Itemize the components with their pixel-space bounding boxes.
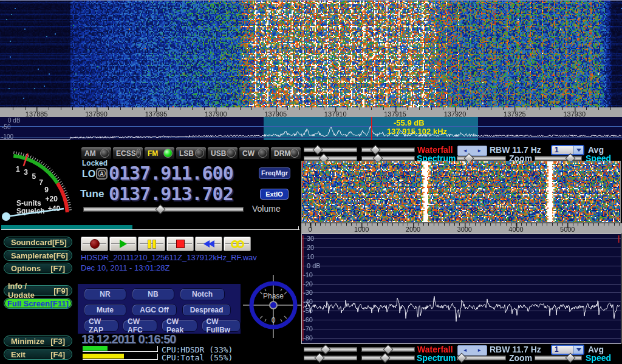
pause-button[interactable] (138, 237, 165, 251)
audio-db-tick-label: 10 (307, 254, 314, 260)
rf-spectrum-display[interactable] (0, 117, 622, 140)
tune-label: Tune (80, 188, 104, 200)
play-button[interactable] (109, 237, 137, 251)
lo-frequency-display[interactable]: 0137.911.600 (109, 164, 233, 183)
stop-button[interactable] (166, 237, 194, 251)
waterfall-brightness-slider-top[interactable] (304, 146, 357, 153)
avg-dropdown-bottom[interactable]: 1 (551, 345, 584, 355)
agc-button[interactable]: AGC Off (132, 304, 177, 316)
pause-icon (147, 240, 157, 249)
mode-button-lsb[interactable]: LSB (176, 147, 207, 160)
cpu-total-bar (83, 354, 158, 360)
s-meter[interactable]: 13579+20+40 S-units Squelch (0, 144, 78, 235)
play-icon (120, 240, 127, 248)
mode-button-cw[interactable]: CW (239, 147, 270, 160)
soundcard-button[interactable]: Soundcard[F5] (4, 237, 72, 248)
dropdown-arrow-icon[interactable] (573, 146, 583, 154)
hdsdr-window: 1378851378901378951379001379051379101379… (0, 0, 622, 364)
smeter-needle-pivot (2, 212, 10, 221)
spectrum-toggle-bottom[interactable]: Spectrum (417, 353, 456, 363)
signal-level-readout: -55.9 dB (394, 118, 425, 127)
audio-db-tick-label: -80 (303, 335, 313, 342)
mode-button-usb[interactable]: USB (207, 147, 238, 160)
date-time-display: 18.12.2011 0:16:50 (81, 332, 176, 346)
rbw-decrease-icon[interactable]: ◄ (463, 149, 468, 153)
mute-button[interactable]: Mute (84, 304, 126, 316)
zoom-slider-bottom[interactable] (457, 354, 506, 362)
options-button[interactable]: Options[F7] (4, 263, 72, 274)
usb-led-icon (227, 149, 236, 158)
loop-button[interactable] (224, 237, 251, 251)
rbw-decrease-icon[interactable]: ◄ (463, 348, 468, 353)
lo-auto-button[interactable]: Ⓐ (96, 168, 108, 180)
cpu-total-label: CPU:Total (55%) (162, 353, 233, 362)
speed-slider-bottom[interactable] (535, 354, 582, 362)
cw-led-icon (258, 149, 267, 158)
notch-button[interactable]: Notch (180, 288, 225, 300)
audio-scale-tick-label: 3000 (457, 226, 472, 233)
audio-waterfall-display[interactable] (301, 161, 621, 223)
mode-button-ecss[interactable]: ECSS (112, 147, 143, 160)
rf-waterfall-display[interactable] (0, 1, 622, 107)
volume-label: Volume (252, 204, 281, 214)
cpu-hdsdr-bar (83, 346, 158, 352)
nb-button[interactable]: NB (132, 288, 174, 300)
nr-button[interactable]: NR (84, 288, 126, 300)
ecss-led-icon (136, 149, 141, 158)
waterfall-contrast-slider-top[interactable] (361, 146, 415, 153)
mode-button-drm[interactable]: DRM (270, 147, 301, 160)
svg-text:9: 9 (44, 186, 49, 194)
spectrum-range-slider-bottom[interactable] (361, 354, 415, 362)
info-update-button[interactable]: Info / Update[F9] (4, 285, 72, 296)
avg-dropdown-top[interactable]: 1 (551, 145, 584, 155)
svg-text:1: 1 (16, 165, 20, 174)
separator-end-tick (298, 226, 299, 230)
freqmgr-button[interactable]: FreqMgr (259, 167, 290, 179)
waterfall-contrast-slider-bottom[interactable] (361, 346, 415, 353)
audio-db-tick-label: 0 dB (307, 263, 321, 269)
volume-slider-thumb[interactable] (155, 204, 165, 215)
volume-slider[interactable] (83, 206, 244, 213)
mode-button-fm[interactable]: FM (144, 147, 175, 160)
audio-scale-tick-label: 0 (308, 226, 312, 233)
phase-dial[interactable]: Phase 0 (243, 273, 304, 340)
stop-icon (176, 240, 185, 248)
rf-frequency-scale[interactable]: 1378851378901378951379001379051379101379… (0, 107, 622, 117)
dropdown-arrow-icon[interactable] (573, 346, 583, 354)
lo-label: LO (82, 169, 95, 180)
waterfall-brightness-slider-bottom[interactable] (304, 346, 357, 353)
rf-db-label-100: -100 (1, 134, 13, 140)
audio-frequency-scale[interactable]: 010002000300040005000 (301, 223, 622, 234)
tune-frequency-display[interactable]: 0137.913.702 (109, 185, 233, 203)
record-button[interactable] (81, 237, 108, 251)
loop-icon (232, 240, 243, 248)
fm-led-icon (163, 149, 173, 158)
squelch-level-bar (1, 225, 132, 229)
rbw-increase-icon[interactable]: ► (477, 348, 482, 353)
audio-scale-tick-label: 1000 (354, 226, 369, 233)
rewind-button[interactable] (195, 237, 222, 251)
cw-afc-button[interactable]: CW AFC (123, 320, 157, 332)
samplerate-button[interactable]: Samplerate[F6] (4, 250, 72, 261)
s-units-label: S-units (16, 199, 41, 207)
phase-center-dot (270, 302, 277, 309)
exit-button[interactable]: Exit[F4] (4, 349, 72, 360)
mode-button-am[interactable]: AM (81, 147, 112, 160)
spectrum-amplitude-slider-bottom[interactable] (304, 354, 357, 362)
rbw-increase-icon[interactable]: ► (477, 149, 482, 153)
full-screen-button[interactable]: Full Screen[F11] (4, 298, 72, 309)
audio-db-tick-label: -30 (303, 289, 313, 296)
svg-text:+20: +20 (46, 195, 58, 203)
audio-scale-tick-label: 5000 (560, 226, 575, 233)
audio-spectrum-display[interactable]: 3020100 dB-10-20-30-40-50-60-70-80 (301, 234, 621, 344)
cw-zap-button[interactable]: CW ZAP (84, 320, 118, 332)
minimize-button[interactable]: Minimize[F3] (4, 335, 72, 346)
cw-fullbw-button[interactable]: CW FullBw (202, 320, 241, 332)
extio-button[interactable]: ExtIO (260, 189, 289, 200)
audio-db-tick-label: 20 (307, 244, 314, 251)
despread-button[interactable]: Despread (182, 304, 231, 316)
audio-scale-tick-label: 4000 (508, 226, 523, 233)
rf-db-label-50: -50 (2, 124, 10, 130)
audio-db-tick-label: -50 (303, 308, 313, 314)
cw-peak-button[interactable]: CW Peak (162, 320, 197, 332)
